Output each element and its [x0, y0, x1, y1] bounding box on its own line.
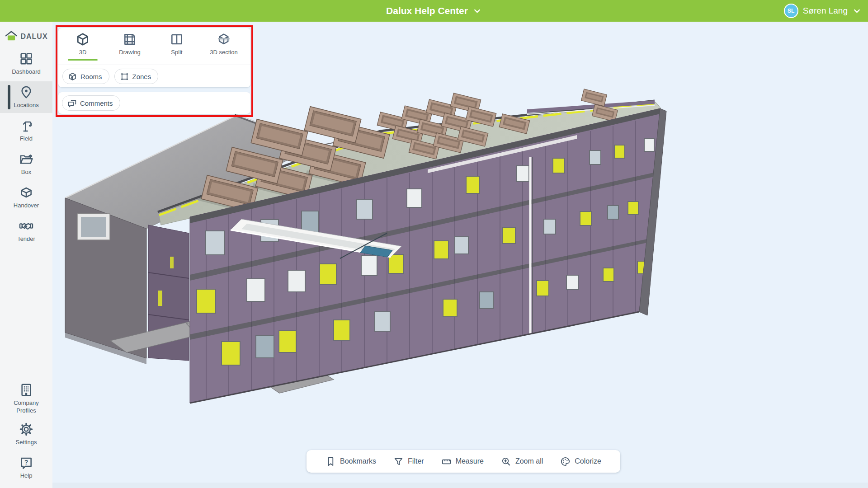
annotation-highlight-box: 3D Drawing Split — [56, 25, 253, 117]
ground-haze — [52, 483, 868, 488]
sidebar-item-settings[interactable]: Settings — [0, 418, 52, 450]
sidebar-item-box[interactable]: Box — [0, 148, 52, 180]
tab-label: 3D section — [210, 49, 237, 56]
sidebar-item-dashboard[interactable]: Dashboard — [0, 48, 52, 80]
tool-label: Bookmarks — [340, 457, 376, 465]
sidebar-item-label: Settings — [5, 439, 47, 446]
sidebar-item-label: Field — [5, 135, 47, 142]
house-logo-icon — [5, 30, 18, 43]
colorize-button[interactable]: Colorize — [560, 456, 601, 467]
comments-card: Comments — [58, 92, 250, 114]
handshake-icon — [19, 219, 33, 233]
zoom-all-icon — [501, 456, 511, 467]
filter-icon — [393, 456, 404, 467]
chip-label: Comments — [80, 99, 113, 107]
tab-3d[interactable]: 3D — [61, 28, 104, 65]
cube-section-icon — [217, 32, 231, 47]
chevron-down-icon — [472, 6, 482, 16]
measure-button[interactable]: Measure — [441, 456, 484, 467]
drawing-sheet-icon — [123, 32, 137, 47]
tab-split[interactable]: Split — [155, 28, 198, 65]
sidebar-item-company-profiles[interactable]: Company Profiles — [0, 380, 52, 417]
viewer-canvas: 3D Drawing Split — [52, 22, 868, 488]
tab-label: 3D — [79, 49, 87, 56]
user-menu[interactable]: SL Søren Lang — [784, 0, 862, 22]
sidebar-item-field[interactable]: Field — [0, 115, 52, 146]
logo-text: DALUX — [20, 33, 47, 41]
bookmarks-button[interactable]: Bookmarks — [326, 456, 376, 467]
room-cube-icon — [68, 72, 77, 81]
tab-drawing[interactable]: Drawing — [108, 28, 151, 65]
sidebar-item-label: Dashboard — [5, 68, 47, 75]
user-name: Søren Lang — [803, 6, 848, 16]
sidebar-item-label: Help — [5, 472, 47, 479]
tab-3d-section[interactable]: 3D section — [202, 28, 245, 65]
location-pin-icon — [19, 85, 33, 99]
bookmark-icon — [326, 456, 336, 467]
chip-label: Zones — [132, 73, 151, 80]
sidebar-item-handover[interactable]: Handover — [0, 182, 52, 213]
crane-icon — [19, 118, 33, 133]
folder-icon — [19, 152, 33, 166]
dashboard-grid-icon — [19, 52, 33, 66]
zoom-all-button[interactable]: Zoom all — [501, 456, 543, 467]
chevron-down-icon — [852, 6, 862, 16]
svg-text:?: ? — [24, 459, 28, 466]
cube-icon — [75, 32, 90, 47]
sidebar-item-label: Company Profiles — [5, 399, 47, 414]
view-mode-tabs: 3D Drawing Split — [58, 28, 250, 65]
top-bar: Dalux Help Center SL Søren Lang — [0, 0, 868, 22]
tool-label: Zoom all — [515, 457, 543, 465]
ruler-icon — [441, 456, 452, 467]
view-mode-card: 3D Drawing Split — [58, 28, 250, 87]
sidebar-item-locations[interactable]: Locations — [0, 81, 52, 113]
zone-marquee-icon — [120, 72, 129, 81]
dalux-app: Dalux Help Center SL Søren Lang DALUX Da… — [0, 0, 868, 488]
sidebar-item-label: Locations — [5, 102, 47, 109]
avatar: SL — [784, 4, 798, 18]
viewer-toolbar: Bookmarks Filter Measure Zoom all Colori… — [307, 450, 620, 473]
tool-label: Colorize — [575, 457, 601, 465]
sidebar-footer: Company Profiles Settings ? H — [0, 380, 52, 488]
dalux-logo[interactable]: DALUX — [0, 22, 52, 48]
page-title: Dalux Help Center — [386, 5, 468, 16]
sidebar-item-label: Box — [5, 169, 47, 176]
active-tab-underline — [68, 59, 98, 61]
sidebar-item-tender[interactable]: Tender — [0, 215, 52, 247]
palette-icon — [560, 456, 571, 467]
sidebar-spacer — [0, 249, 52, 380]
tool-label: Measure — [456, 457, 484, 465]
model-filter-chips: Rooms Zones — [58, 65, 250, 84]
tool-label: Filter — [408, 457, 424, 465]
gear-icon — [19, 422, 33, 436]
comments-bubbles-icon — [67, 99, 77, 108]
project-selector[interactable]: Dalux Help Center — [0, 0, 868, 22]
package-icon — [19, 185, 33, 200]
rooms-chip[interactable]: Rooms — [62, 69, 109, 84]
tab-label: Split — [171, 49, 182, 56]
split-view-icon — [170, 32, 184, 47]
sidebar: DALUX Dashboard Locations Field — [0, 22, 52, 488]
chip-label: Rooms — [80, 73, 102, 80]
help-bubble-icon: ? — [19, 455, 33, 470]
building-icon — [19, 383, 33, 397]
sidebar-item-help[interactable]: ? Help — [0, 452, 52, 483]
comments-chip[interactable]: Comments — [62, 95, 120, 111]
zones-chip[interactable]: Zones — [114, 69, 159, 84]
tab-label: Drawing — [119, 49, 141, 56]
filter-button[interactable]: Filter — [393, 456, 424, 467]
sidebar-item-label: Tender — [5, 235, 47, 243]
sidebar-item-label: Handover — [5, 202, 47, 209]
